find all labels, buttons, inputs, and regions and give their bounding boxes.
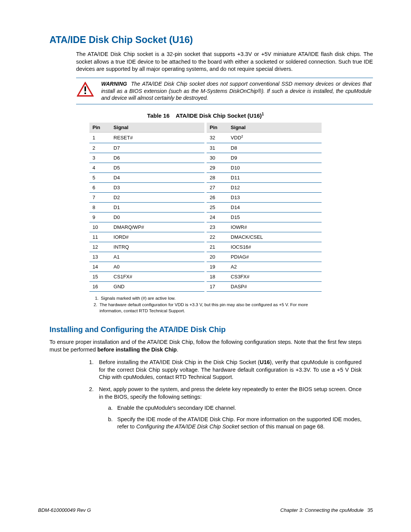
table-row: 9D024D15 — [89, 212, 322, 222]
steps-list: Before installing the ATA/IDE Disk Chip … — [88, 359, 362, 431]
footer-chapter: Chapter 3: Connecting the cpuModule — [280, 507, 364, 513]
section-heading: Installing and Configuring the ATA/IDE D… — [49, 325, 373, 334]
th-signal-left: Signal — [110, 123, 204, 133]
footnote-2: The hardware default configuration for V… — [100, 302, 322, 314]
footnote-1: Signals marked with (#) are active low. — [101, 296, 175, 302]
table-row: 16GND17DASP# — [89, 281, 322, 291]
warning-box: WARNING The ATA/IDE Disk Chip socket doe… — [76, 78, 373, 105]
step-2: Next, apply power to the system, and pre… — [95, 386, 362, 431]
intro-paragraph: The ATA/IDE Disk Chip socket is a 32-pin… — [76, 51, 373, 73]
table-row: 13A120PDIAG# — [89, 252, 322, 262]
table-header-row: Pin Signal Pin Signal — [89, 123, 322, 133]
table-row: 7D226D13 — [89, 192, 322, 202]
warning-icon — [76, 81, 94, 98]
th-pin-left: Pin — [89, 123, 110, 133]
th-pin-right: Pin — [207, 123, 228, 133]
table-row: 11IORD#22DMACK/CSEL — [89, 232, 322, 242]
page-title: ATA/IDE Disk Chip Socket (U16) — [49, 34, 373, 45]
table-row: 6D327D12 — [89, 182, 322, 192]
table-row: 1RESET#32VDD2 — [89, 133, 322, 143]
table-footnotes: 1.Signals marked with (#) are active low… — [89, 296, 322, 314]
table-row: 2D731D8 — [89, 143, 322, 153]
table-row: 14A019A2 — [89, 262, 322, 272]
step-2b: Specify the IDE mode of the ATA/IDE Disk… — [114, 416, 362, 431]
pin-table: Pin Signal Pin Signal 1RESET#32VDD22D731… — [89, 123, 322, 291]
table-row: 5D428D11 — [89, 173, 322, 182]
warning-label: WARNING — [101, 81, 127, 87]
table-row: 10DMARQ/WP#23IOWR# — [89, 222, 322, 232]
table-row: 15CS1FX#18CS3FX# — [89, 272, 322, 281]
footer-doc-id: BDM-610000049 Rev G — [38, 507, 91, 513]
warning-text: WARNING The ATA/IDE Disk Chip socket doe… — [101, 80, 371, 102]
footer-page-number: 35 — [368, 507, 373, 513]
table-row: 4D529D10 — [89, 163, 322, 173]
body-paragraph: To ensure proper installation and of the… — [49, 339, 362, 353]
th-signal-right: Signal — [228, 123, 322, 133]
table-row: 3D630D9 — [89, 153, 322, 163]
page-footer: BDM-610000049 Rev G Chapter 3: Connectin… — [38, 507, 373, 513]
warning-body: The ATA/IDE Disk Chip socket does not su… — [101, 81, 371, 101]
step-2a: Enable the cpuModule's secondary IDE cha… — [114, 404, 362, 412]
svg-rect-3 — [84, 93, 86, 94]
table-row: 12INTRQ21IOCS16# — [89, 242, 322, 252]
table-caption: Table 16 ATA/IDE Disk Chip Socket (U16)1 — [38, 112, 373, 119]
svg-rect-2 — [84, 86, 86, 91]
step-1: Before installing the ATA/IDE Disk Chip … — [95, 359, 362, 381]
table-row: 8D125D14 — [89, 202, 322, 212]
